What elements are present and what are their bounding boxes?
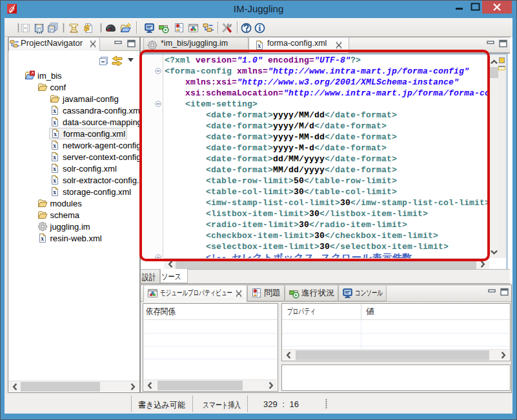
dependency-table-header[interactable]: 依存関係 [143, 304, 278, 320]
maximize-view-icon[interactable] [127, 39, 136, 48]
scrollbar-thumb[interactable] [176, 259, 476, 269]
accel-documents-button[interactable] [105, 23, 116, 34]
column-header-property[interactable]: プロパティ [287, 306, 316, 317]
tree-item-juggling-im[interactable]: juggling.im [8, 221, 139, 232]
close-icon[interactable] [335, 41, 343, 49]
bottom-tab-selected[interactable]: モジュールプロパティビュー [143, 285, 247, 302]
view-menu-icon[interactable] [127, 57, 134, 63]
tree-item-data-source-mapping-xml[interactable]: data-source-mapping.xml [8, 116, 139, 128]
scrollbar-thumb[interactable] [489, 67, 498, 78]
tree-item-hit[interactable]: server-context-config.xml [49, 151, 139, 163]
tree-item-hit[interactable]: schema [37, 209, 81, 221]
tree-item-hit[interactable]: network-agent-config.xml [49, 139, 139, 151]
minimize-view-icon[interactable] [487, 288, 497, 297]
overview-marker[interactable] [498, 66, 505, 70]
refresh-config-button[interactable] [83, 23, 94, 34]
close-icon[interactable] [89, 40, 97, 48]
about-button[interactable] [254, 23, 265, 34]
statusbar-grip[interactable] [325, 399, 327, 409]
scroll-right-icon[interactable] [498, 350, 508, 360]
tree-item-conf[interactable]: conf [8, 81, 139, 93]
save-as-button[interactable] [34, 23, 45, 34]
form-designer-button[interactable] [174, 23, 185, 34]
tree-item-schema[interactable]: schema [8, 209, 139, 221]
tree-item-hit[interactable]: solr-config.xml [49, 163, 118, 174]
tab-project-navigator[interactable]: ProjectNavigator [8, 37, 100, 51]
property-hscrollbar[interactable] [283, 349, 509, 360]
tab-juggling-im[interactable]: *im_bis/juggling.im [143, 37, 248, 52]
title-bar[interactable]: IM-Juggling [0, 0, 517, 18]
tree-item-cassandra-config-xml[interactable]: cassandra-config.xml [8, 105, 139, 116]
tab-design[interactable]: 設計 [141, 270, 160, 283]
show-console-button[interactable] [144, 23, 155, 34]
close-icon[interactable] [235, 290, 243, 297]
scrollbar-thumb[interactable] [157, 381, 243, 390]
scroll-right-icon[interactable] [128, 382, 137, 392]
column-header-value[interactable]: 値 [366, 306, 374, 317]
maximize-button[interactable] [469, 0, 482, 14]
fold-collapse-icon[interactable] [155, 68, 161, 74]
scroll-left-icon[interactable] [166, 259, 176, 269]
tree-item-hit[interactable]: conf [37, 81, 68, 93]
scroll-left-icon[interactable] [10, 382, 20, 392]
tree-item-solr-config-xml[interactable]: solr-config.xml [8, 163, 139, 174]
project-navigator-button[interactable] [203, 23, 214, 34]
editor-hscrollbar[interactable] [164, 258, 489, 269]
bottom-tab-item[interactable]: 問題 [247, 285, 285, 301]
tab-source[interactable]: ソース [160, 269, 188, 283]
editor-vscrollbar[interactable] [489, 55, 498, 258]
tree-item-hit[interactable]: modules [37, 197, 83, 209]
scrollbar-thumb[interactable] [21, 382, 100, 392]
scroll-left-icon[interactable] [145, 381, 155, 390]
tree-item-network-agent-config-xml[interactable]: network-agent-config.xml [8, 139, 139, 151]
save-button[interactable] [20, 23, 31, 34]
scroll-right-icon[interactable] [478, 259, 487, 269]
tree-item-hit[interactable]: resin-web.xml [37, 232, 103, 244]
import-project-button[interactable] [120, 23, 131, 34]
column-divider[interactable] [361, 304, 361, 320]
tab-forma-config[interactable]: forma-config.xml [248, 37, 349, 53]
module-property-view-button[interactable] [188, 23, 199, 34]
scroll-left-icon[interactable] [284, 350, 294, 360]
maximize-view-icon[interactable] [500, 288, 509, 296]
scroll-right-icon[interactable] [266, 381, 276, 390]
tree-hscrollbar[interactable] [8, 381, 139, 392]
save-all-button[interactable] [47, 23, 58, 34]
overview-marker[interactable] [499, 57, 505, 63]
tree-item-solr-extractor-config-xml[interactable]: solr-extractor-config.xml [8, 174, 139, 186]
link-with-editor-icon[interactable] [111, 55, 123, 67]
tree-item-hit[interactable]: solr-extractor-config.xml [49, 174, 139, 186]
tree-item-hit[interactable]: javamail-config [49, 93, 120, 105]
export-module-button[interactable] [68, 23, 79, 34]
property-detail-box[interactable] [281, 365, 511, 391]
minimize-button[interactable] [450, 0, 469, 14]
tree-item-hit[interactable]: cassandra-config.xml [49, 105, 139, 116]
collapse-all-icon[interactable] [98, 55, 109, 66]
tree-item-forma-config-xml[interactable]: forma-config.xml [8, 128, 139, 139]
tree-item-hit[interactable]: juggling.im [37, 221, 92, 232]
tree-item-hit[interactable]: storage-config.xml [49, 186, 132, 197]
scroll-up-icon[interactable] [489, 57, 499, 67]
preferences-button[interactable] [221, 23, 232, 34]
tree-item-im-bis[interactable]: im_bis [8, 70, 139, 81]
code-area[interactable]: <?xml version="1.0" encoding="UTF-8"?><f… [163, 55, 489, 258]
fold-collapse-icon[interactable] [155, 254, 161, 261]
fold-collapse-icon[interactable] [155, 101, 161, 107]
scroll-down-icon[interactable] [489, 247, 499, 257]
tree-item-javamail-config[interactable]: javamail-config [8, 93, 139, 105]
maximize-editor-icon[interactable] [498, 39, 508, 48]
tree-item-server-context-config-xml[interactable]: server-context-config.xml [8, 151, 139, 163]
tree-item-hit[interactable]: forma-config.xml [49, 128, 127, 139]
show-progress-button[interactable] [158, 23, 169, 34]
tree-item-hit[interactable]: im_bis [24, 70, 63, 81]
minimize-view-icon[interactable] [114, 40, 123, 48]
tree-item-hit[interactable]: data-source-mapping.xml [49, 116, 139, 128]
dependency-hscrollbar[interactable] [144, 379, 277, 390]
scrollbar-thumb[interactable] [296, 350, 489, 360]
tree-item-resin-web-xml[interactable]: resin-web.xml [8, 232, 139, 244]
minimize-editor-icon[interactable] [486, 40, 496, 48]
tree-item-storage-config-xml[interactable]: storage-config.xml [8, 186, 139, 197]
bottom-tab-item[interactable]: 進行状況 [285, 285, 338, 301]
bottom-tab-item[interactable]: コンソール [338, 285, 387, 301]
close-button[interactable] [482, 1, 512, 14]
